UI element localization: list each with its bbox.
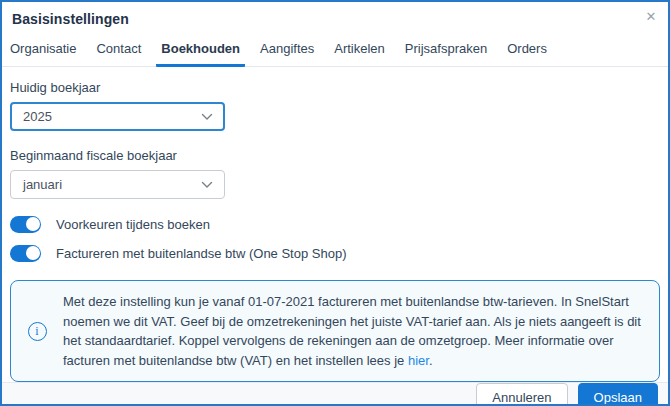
basis-settings-dialog: Basisinstellingen ✕ Organisatie Contact … bbox=[0, 0, 670, 406]
save-button[interactable]: Opslaan bbox=[578, 383, 658, 406]
tab-contact[interactable]: Contact bbox=[91, 37, 146, 67]
start-month-label: Beginmaand fiscale boekjaar bbox=[10, 148, 660, 163]
info-icon-wrap: i bbox=[11, 322, 63, 341]
start-month-field: Beginmaand fiscale boekjaar januari bbox=[10, 148, 660, 199]
start-month-value: januari bbox=[23, 177, 62, 192]
dialog-title: Basisinstellingen bbox=[12, 11, 658, 27]
toggle-section: Voorkeuren tijdens boeken Factureren met… bbox=[10, 215, 660, 262]
tab-boekhouden[interactable]: Boekhouden bbox=[156, 37, 245, 67]
tab-bar: Organisatie Contact Boekhouden Aangiftes… bbox=[2, 27, 668, 67]
preferences-toggle-row: Voorkeuren tijdens boeken bbox=[10, 215, 660, 233]
info-link-hier[interactable]: hier bbox=[408, 353, 429, 368]
info-icon: i bbox=[28, 322, 47, 341]
tab-orders[interactable]: Orders bbox=[502, 37, 552, 67]
tab-prijsafspraken[interactable]: Prijsafspraken bbox=[400, 37, 492, 67]
preferences-toggle[interactable] bbox=[10, 216, 41, 233]
tab-aangiftes[interactable]: Aangiftes bbox=[255, 37, 319, 67]
info-text: Met deze instelling kun je vanaf 01-07-2… bbox=[63, 292, 647, 370]
fiscal-year-label: Huidig boekjaar bbox=[10, 80, 660, 95]
dialog-body: Huidig boekjaar 2025 Beginmaand fiscale … bbox=[2, 67, 668, 382]
dialog-header: Basisinstellingen ✕ bbox=[2, 2, 668, 27]
info-text-period: . bbox=[429, 353, 433, 368]
dialog-footer: Annuleren Opslaan bbox=[2, 382, 668, 406]
toggle-knob bbox=[26, 246, 40, 260]
foreign-vat-toggle-label: Factureren met buitenlandse btw (One Sto… bbox=[56, 246, 347, 261]
close-icon[interactable]: ✕ bbox=[642, 7, 660, 25]
foreign-vat-toggle-row: Factureren met buitenlandse btw (One Sto… bbox=[10, 244, 660, 262]
fiscal-year-field: Huidig boekjaar 2025 bbox=[10, 80, 660, 131]
chevron-down-icon bbox=[201, 181, 213, 189]
tab-artikelen[interactable]: Artikelen bbox=[329, 37, 390, 67]
fiscal-year-select[interactable]: 2025 bbox=[10, 102, 225, 131]
fiscal-year-value: 2025 bbox=[23, 109, 52, 124]
chevron-down-icon bbox=[201, 113, 213, 121]
info-box: i Met deze instelling kun je vanaf 01-07… bbox=[10, 280, 660, 382]
toggle-knob bbox=[26, 217, 40, 231]
tab-organisatie[interactable]: Organisatie bbox=[5, 37, 81, 67]
preferences-toggle-label: Voorkeuren tijdens boeken bbox=[56, 217, 210, 232]
info-text-body: Met deze instelling kun je vanaf 01-07-2… bbox=[63, 294, 641, 368]
start-month-select[interactable]: januari bbox=[10, 170, 225, 199]
foreign-vat-toggle[interactable] bbox=[10, 245, 41, 262]
cancel-button[interactable]: Annuleren bbox=[476, 383, 567, 406]
